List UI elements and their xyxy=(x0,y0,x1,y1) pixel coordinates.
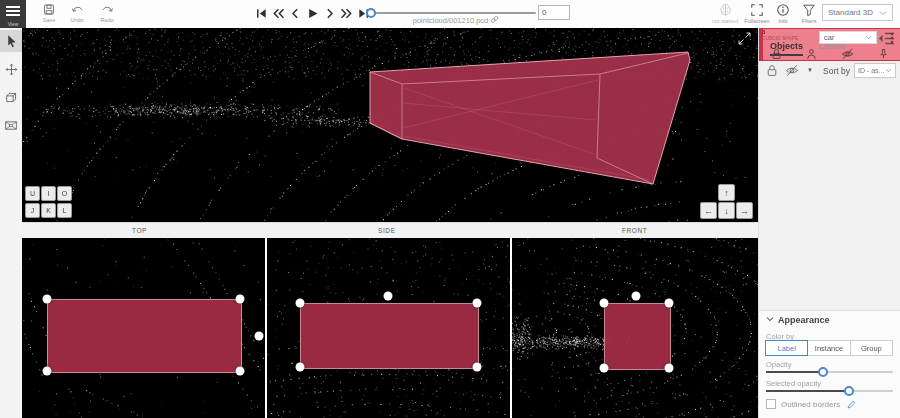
info-icon xyxy=(776,3,790,17)
hotkey-l-button[interactable]: L xyxy=(57,203,72,218)
arrow-right-button[interactable]: → xyxy=(736,202,753,219)
edit-pencil-icon[interactable] xyxy=(847,400,856,409)
ai-status-label: not started xyxy=(706,18,744,24)
assign-user-icon[interactable] xyxy=(806,46,817,64)
bbox-rotate-handle[interactable] xyxy=(632,292,641,301)
opacity-slider-thumb[interactable] xyxy=(818,367,828,377)
bbox-handle[interactable] xyxy=(43,367,52,376)
move-icon xyxy=(5,63,18,76)
pin-object-icon[interactable] xyxy=(878,46,889,64)
bbox-handle[interactable] xyxy=(600,364,609,373)
filters-label: Filters xyxy=(796,18,822,24)
main-menu-button[interactable]: View xyxy=(0,0,26,28)
viewport-front[interactable] xyxy=(512,238,758,418)
outlined-borders-checkbox[interactable] xyxy=(766,399,776,409)
point-cloud-canvas[interactable] xyxy=(22,28,758,222)
redo-icon xyxy=(100,3,115,16)
color-by-label-button[interactable]: Label xyxy=(765,340,808,356)
opacity-label: Opacity xyxy=(766,360,791,369)
bbox-handle[interactable] xyxy=(473,299,482,308)
filename: pointcloud/001210.pcd xyxy=(378,15,534,25)
hotkey-o-button[interactable]: O xyxy=(57,186,72,201)
color-by-instance-button[interactable]: Instance xyxy=(807,340,850,356)
hide-all-icon[interactable] xyxy=(785,64,799,77)
redo-label: Redo xyxy=(94,17,120,23)
next-frame-button[interactable] xyxy=(321,4,337,22)
selected-opacity-slider[interactable] xyxy=(766,390,893,392)
toolbar: View Save Undo Redo xyxy=(0,0,900,29)
fast-backward-icon xyxy=(271,6,286,21)
undo-label: Undo xyxy=(64,17,90,23)
more-options-icon[interactable] xyxy=(890,32,894,44)
cuboid-tool-button[interactable] xyxy=(0,86,22,108)
viewport-side[interactable] xyxy=(267,238,510,418)
side-view-label: SIDE xyxy=(378,227,396,234)
bbox-handle[interactable] xyxy=(296,299,305,308)
bbox-handle[interactable] xyxy=(665,299,674,308)
save-button[interactable]: Save xyxy=(36,3,62,26)
tool-palette xyxy=(0,28,22,418)
frame-slider-thumb[interactable] xyxy=(366,8,376,18)
bbox-handle[interactable] xyxy=(296,363,305,372)
chevron-down-icon xyxy=(865,35,872,40)
bbox-top-view[interactable] xyxy=(47,299,242,373)
next-frame-icon xyxy=(322,6,337,21)
previous-frame-button[interactable] xyxy=(287,4,303,22)
save-label: Save xyxy=(36,17,62,23)
bbox-handle[interactable] xyxy=(236,295,245,304)
bbox-rotate-handle[interactable] xyxy=(384,292,393,301)
bbox-handle[interactable] xyxy=(236,367,245,376)
hotkey-j-button[interactable]: J xyxy=(25,203,40,218)
move-tool-button[interactable] xyxy=(0,58,22,80)
expand-view-icon[interactable] xyxy=(738,32,751,45)
undo-button[interactable]: Undo xyxy=(64,3,90,26)
arrow-left-button[interactable]: ← xyxy=(700,202,717,219)
hotkey-i-button[interactable]: I xyxy=(41,186,56,201)
object-class-select[interactable]: car xyxy=(819,31,877,44)
opacity-slider[interactable] xyxy=(766,371,893,373)
layout-select[interactable]: Standard 3D xyxy=(822,4,893,21)
ai-status-button[interactable]: not started xyxy=(706,3,744,24)
frustum-icon xyxy=(4,119,18,132)
fast-forward-button[interactable] xyxy=(338,4,354,22)
bbox-handle[interactable] xyxy=(665,364,674,373)
top-view-label: TOP xyxy=(132,227,147,234)
color-by-group-button[interactable]: Group xyxy=(850,340,893,356)
appearance-header[interactable]: Appearance xyxy=(766,315,830,325)
arrow-up-button[interactable]: ↑ xyxy=(718,184,735,201)
skip-to-first-button[interactable] xyxy=(253,4,269,22)
bbox-rotate-handle[interactable] xyxy=(255,332,264,341)
play-button[interactable] xyxy=(304,4,320,22)
bbox-handle[interactable] xyxy=(43,295,52,304)
lock-all-icon[interactable] xyxy=(766,64,778,77)
frame-number-input[interactable] xyxy=(538,5,570,20)
visibility-icon[interactable] xyxy=(841,46,854,64)
caret-down-icon[interactable]: ▼ xyxy=(807,67,813,73)
filters-button[interactable]: Filters xyxy=(796,3,822,24)
sort-select[interactable]: ID - as... xyxy=(854,63,896,78)
hotkey-k-button[interactable]: K xyxy=(41,203,56,218)
select-tool-button[interactable] xyxy=(0,30,22,52)
chevron-down-icon xyxy=(885,68,892,73)
hotkey-u-button[interactable]: U xyxy=(25,186,40,201)
arrow-down-button[interactable]: ↓ xyxy=(718,202,735,219)
bbox-handle[interactable] xyxy=(600,299,609,308)
viewport-top[interactable] xyxy=(22,238,265,418)
lock-object-icon[interactable] xyxy=(771,46,782,64)
redo-button[interactable]: Redo xyxy=(94,3,120,26)
fullscreen-button[interactable]: Fullscreen xyxy=(742,3,772,24)
bbox-handle[interactable] xyxy=(473,363,482,372)
front-view-label: FRONT xyxy=(622,227,647,234)
viewport-3d[interactable]: U I O J K L ↑ ← ↓ → xyxy=(22,28,758,222)
object-class-value: car xyxy=(824,33,834,42)
selected-opacity-slider-thumb[interactable] xyxy=(844,386,854,396)
frame-slider-track[interactable] xyxy=(372,12,536,14)
play-icon xyxy=(305,6,320,21)
info-button[interactable]: Info xyxy=(770,3,796,24)
outlined-borders-label: Outlined borders xyxy=(781,400,840,409)
frustum-tool-button[interactable] xyxy=(0,114,22,136)
link-icon[interactable] xyxy=(490,15,499,24)
bbox-front-view[interactable] xyxy=(604,303,671,370)
bbox-side-view[interactable] xyxy=(300,303,479,369)
fast-backward-button[interactable] xyxy=(270,4,286,22)
